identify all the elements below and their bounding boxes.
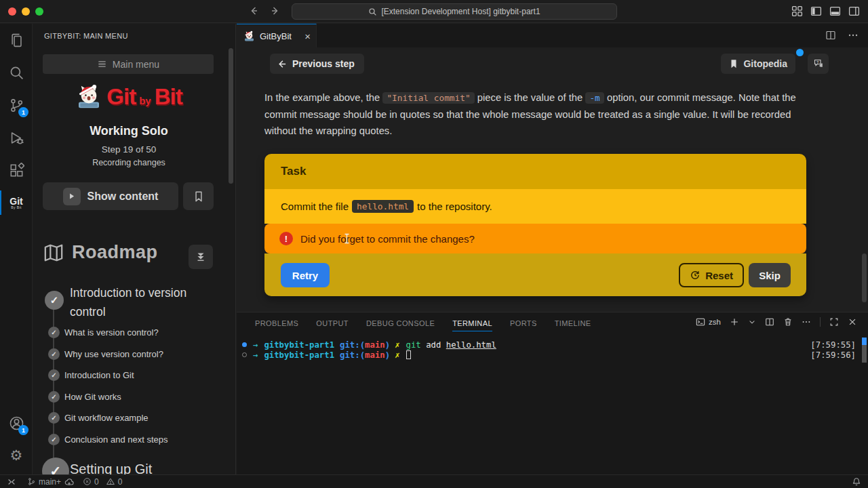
arrow-left-icon (277, 59, 287, 69)
toggle-primary-sidebar-button[interactable] (810, 5, 822, 17)
editor-area: GitByBit × Previous step (237, 24, 868, 474)
tab-gitbybit[interactable]: GitByBit × (237, 24, 317, 47)
editor-tab-bar: GitByBit × (237, 24, 868, 47)
close-window-button[interactable] (8, 7, 16, 16)
warning-count: 0 (118, 477, 123, 487)
minimize-window-button[interactable] (22, 7, 30, 16)
retry-button[interactable]: Retry (281, 263, 330, 287)
title-bar: [Extension Development Host] gitbybit-pa… (0, 0, 868, 23)
tab-problems[interactable]: PROBLEMS (255, 314, 298, 331)
prompt-arrow: → (253, 350, 258, 360)
tab-terminal[interactable]: TERMINAL (452, 314, 492, 331)
customize-layout-button[interactable] (791, 5, 803, 17)
reset-button[interactable]: Reset (679, 263, 744, 287)
roadmap-title: Roadmap (72, 242, 158, 263)
bookmarks-button[interactable] (183, 182, 214, 210)
terminal-scrollbar[interactable] (862, 345, 867, 363)
paragraph-text: In the example above, the (264, 92, 382, 103)
bookmark-icon (729, 59, 738, 68)
inline-code-initial-commit: "Initial commit" (382, 92, 474, 104)
tab-close-icon[interactable]: × (304, 31, 311, 41)
maximize-panel-icon[interactable] (829, 317, 839, 327)
svg-text:?: ? (816, 60, 819, 64)
roadmap-header: Roadmap (43, 242, 158, 263)
check-icon: ✓ (48, 434, 60, 445)
source-control-icon[interactable]: 1 (0, 89, 33, 121)
previous-step-button[interactable]: Previous step (270, 54, 364, 74)
run-debug-icon[interactable] (0, 121, 33, 154)
task-description: Commit the file hello.html to the reposi… (264, 189, 806, 224)
panel-tab-bar: PROBLEMS OUTPUT DEBUG CONSOLE TERMINAL P… (255, 312, 591, 333)
error-exclamation-icon: ! (279, 232, 293, 245)
gitbybit-view-icon[interactable]: Git By Bit (0, 186, 33, 219)
command-center-search[interactable]: [Extension Development Host] gitbybit-pa… (292, 3, 617, 20)
history-back-button[interactable] (247, 4, 260, 18)
inline-code-m-flag: -m (585, 92, 604, 104)
branch-status[interactable]: main+ (23, 475, 79, 488)
map-icon (43, 243, 64, 263)
sidebar-title: GITBYBIT: MAIN MENU (44, 32, 128, 40)
remote-indicator[interactable] (0, 475, 23, 488)
toggle-panel-button[interactable] (829, 5, 841, 17)
window-controls (8, 7, 43, 16)
command-timestamp: [7:59:56] (810, 350, 856, 360)
terminal-shell-tab[interactable]: zsh (696, 317, 721, 327)
prompt-branch: main (365, 340, 385, 350)
terminal-dropdown-icon[interactable] (748, 318, 756, 326)
check-icon: ✓ (48, 327, 60, 338)
check-icon: ✓ (48, 412, 60, 424)
roadmap-collapse-button[interactable] (189, 245, 213, 269)
command-pending-decoration[interactable] (242, 352, 247, 357)
extensions-icon[interactable] (0, 154, 33, 186)
check-icon: ✓ (42, 458, 69, 474)
settings-gear-icon[interactable]: ⚙ (0, 439, 33, 472)
roadmap-item-label: Conclusion and next steps (64, 434, 167, 445)
tab-debug-console[interactable]: DEBUG CONSOLE (366, 314, 435, 331)
toggle-secondary-sidebar-button[interactable] (848, 5, 860, 17)
gitopedia-button[interactable]: Gitopedia (721, 54, 795, 74)
history-reset-icon (690, 270, 701, 281)
show-content-button[interactable]: Show content (43, 182, 178, 210)
new-terminal-icon[interactable] (730, 317, 739, 327)
more-actions-icon[interactable] (848, 30, 859, 41)
split-terminal-icon[interactable] (765, 317, 774, 327)
feedback-button[interactable]: ? (808, 54, 829, 74)
accounts-icon[interactable]: 1 (0, 407, 33, 439)
zoom-window-button[interactable] (35, 7, 43, 16)
search-icon (368, 7, 377, 16)
terminal-output[interactable]: →gitbybit-part1git:(main)✗git add hello.… (237, 340, 868, 474)
accounts-badge: 1 (18, 425, 28, 435)
status-bar: main+ 0 0 (0, 474, 868, 488)
explorer-icon[interactable] (0, 24, 33, 56)
tab-ports[interactable]: PORTS (510, 314, 537, 331)
task-panel: Task Commit the file hello.html to the r… (264, 154, 806, 296)
sidebar-scrollbar[interactable] (229, 48, 233, 184)
menu-icon (97, 59, 107, 69)
skip-button[interactable]: Skip (749, 263, 791, 287)
terminal-line: →gitbybit-part1git:(main)✗ [7:59:56] (237, 350, 868, 360)
kill-terminal-icon[interactable] (783, 317, 793, 327)
command-file-link[interactable]: hello.html (446, 340, 496, 350)
tab-output[interactable]: OUTPUT (316, 314, 349, 331)
command-success-decoration[interactable] (242, 342, 247, 347)
check-icon: ✓ (48, 391, 60, 403)
activity-bar: 1 Git By Bit 1 ⚙ (0, 24, 33, 474)
panel-more-actions-icon[interactable] (802, 317, 811, 327)
notifications-bell-icon[interactable] (852, 477, 861, 487)
tab-timeline[interactable]: TIMELINE (555, 314, 591, 331)
history-forward-button[interactable] (269, 4, 282, 18)
logo-word-git: Git (106, 84, 136, 110)
terminal-icon (696, 317, 705, 327)
play-icon (63, 188, 81, 205)
main-menu-button[interactable]: Main menu (43, 54, 214, 74)
lesson-paragraph: In the example above, the "Initial commi… (264, 89, 807, 140)
prompt-git-suffix: ) (385, 340, 390, 350)
step-progress: Step 19 of 50 (33, 144, 225, 155)
problems-status[interactable]: 0 0 (79, 475, 126, 488)
search-view-icon[interactable] (0, 56, 33, 89)
editor-scrollbar[interactable] (862, 253, 867, 302)
split-editor-icon[interactable] (825, 30, 836, 41)
close-panel-icon[interactable] (848, 317, 857, 327)
terminal-cursor (406, 350, 411, 359)
check-icon: ✓ (48, 369, 60, 381)
